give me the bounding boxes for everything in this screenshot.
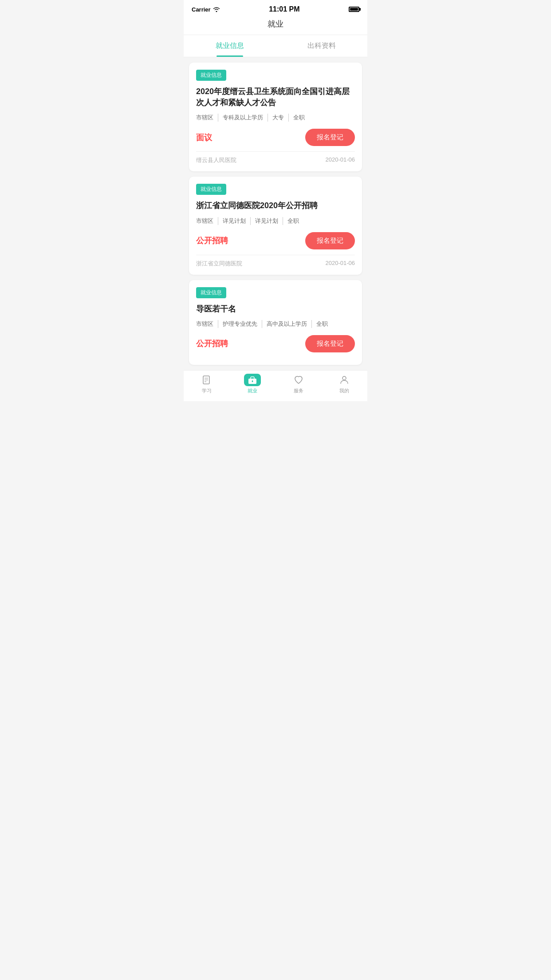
tab-bar: 就业信息 出科资料: [184, 35, 367, 57]
carrier-label: Carrier: [192, 6, 211, 13]
tag-3-3: 全职: [312, 320, 332, 328]
job-tags-2: 市辖区 详见计划 详见计划 全职: [196, 217, 355, 225]
job-meta-2: 浙江省立同德医院 2020-01-06: [196, 255, 355, 268]
tab-job-info[interactable]: 就业信息: [184, 35, 276, 57]
job-title-3: 导医若干名: [196, 304, 355, 315]
tag-1-1: 专科及以上学历: [218, 114, 268, 122]
job-title-1: 2020年度缙云县卫生系统面向全国引进高层次人才和紧缺人才公告: [196, 86, 355, 108]
nav-job[interactable]: 就业: [239, 374, 266, 394]
tag-3-0: 市辖区: [196, 320, 218, 328]
tag-2-3: 全职: [283, 217, 303, 225]
salary-1: 面议: [196, 132, 212, 143]
job-card-3: 就业信息 导医若干名 市辖区 护理专业优先 高中及以上学历 全职 公开招聘 报名…: [189, 280, 362, 365]
nav-mine-label: 我的: [339, 387, 349, 394]
tag-2-0: 市辖区: [196, 217, 218, 225]
job-meta-1: 缙云县人民医院 2020-01-06: [196, 151, 355, 164]
bottom-nav: 学习 就业 服务: [184, 370, 367, 401]
nav-mine[interactable]: 我的: [331, 374, 358, 394]
nav-service[interactable]: 服务: [285, 374, 312, 394]
badge-3: 就业信息: [196, 287, 226, 298]
register-btn-3[interactable]: 报名登记: [305, 335, 355, 352]
tag-2-1: 详见计划: [218, 217, 251, 225]
register-btn-2[interactable]: 报名登记: [305, 232, 355, 249]
page-title: 就业: [268, 20, 283, 28]
status-time: 11:01 PM: [269, 5, 299, 13]
tag-3-1: 护理专业优先: [218, 320, 262, 328]
nav-study[interactable]: 学习: [193, 374, 220, 394]
nav-job-label: 就业: [248, 387, 257, 394]
battery-icon: [349, 7, 359, 12]
nav-study-label: 学习: [202, 387, 212, 394]
book-icon: [201, 374, 213, 386]
svg-point-7: [342, 376, 346, 380]
date-1: 2020-01-06: [326, 156, 355, 164]
hospital-1: 缙云县人民医院: [196, 156, 236, 164]
status-bar: Carrier 11:01 PM: [184, 0, 367, 15]
wifi-icon: [213, 7, 220, 12]
tag-2-2: 详见计划: [251, 217, 283, 225]
job-footer-2: 公开招聘 报名登记: [196, 232, 355, 249]
job-list: 就业信息 2020年度缙云县卫生系统面向全国引进高层次人才和紧缺人才公告 市辖区…: [184, 57, 367, 370]
svg-point-6: [252, 380, 253, 382]
tab-dept-info[interactable]: 出科资料: [276, 35, 367, 57]
job-card-2: 就业信息 浙江省立同德医院2020年公开招聘 市辖区 详见计划 详见计划 全职 …: [189, 177, 362, 274]
salary-3: 公开招聘: [196, 338, 228, 349]
job-tags-1: 市辖区 专科及以上学历 大专 全职: [196, 114, 355, 122]
register-btn-1[interactable]: 报名登记: [305, 129, 355, 146]
heart-icon: [293, 374, 304, 386]
badge-2: 就业信息: [196, 184, 226, 195]
job-footer-3: 公开招聘 报名登记: [196, 335, 355, 352]
person-icon: [338, 374, 350, 386]
job-card-1: 就业信息 2020年度缙云县卫生系统面向全国引进高层次人才和紧缺人才公告 市辖区…: [189, 63, 362, 171]
briefcase-icon: [247, 374, 258, 386]
job-tags-3: 市辖区 护理专业优先 高中及以上学历 全职: [196, 320, 355, 328]
tag-3-2: 高中及以上学历: [262, 320, 312, 328]
hospital-2: 浙江省立同德医院: [196, 260, 242, 268]
job-title-2: 浙江省立同德医院2020年公开招聘: [196, 200, 355, 211]
status-right: [349, 7, 359, 12]
job-footer-1: 面议 报名登记: [196, 129, 355, 146]
tag-1-0: 市辖区: [196, 114, 218, 122]
app-header: 就业: [184, 15, 367, 35]
nav-service-label: 服务: [294, 387, 303, 394]
status-left: Carrier: [192, 6, 220, 13]
salary-2: 公开招聘: [196, 235, 228, 246]
tag-1-2: 大专: [268, 114, 289, 122]
date-2: 2020-01-06: [326, 260, 355, 268]
tag-1-3: 全职: [289, 114, 309, 122]
badge-1: 就业信息: [196, 70, 226, 81]
